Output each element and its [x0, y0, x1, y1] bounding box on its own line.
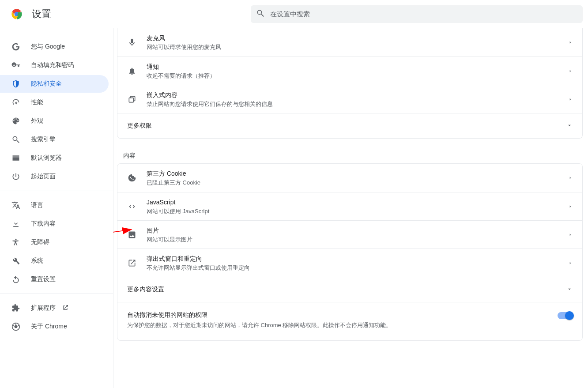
sidebar-separator [0, 294, 113, 294]
row-title: 弹出式窗口和重定向 [147, 254, 568, 263]
row-subtitle: 不允许网站显示弹出式窗口或使用重定向 [147, 264, 568, 272]
row-subtitle: 禁止网站向您请求使用它们保存的与您相关的信息 [147, 100, 568, 108]
sidebar-item-palette[interactable]: 外观 [0, 112, 109, 130]
palette-icon [11, 117, 20, 125]
translate-icon [11, 201, 20, 210]
chevron-right-icon [568, 68, 573, 75]
svg-point-3 [15, 325, 18, 328]
sidebar-item-key[interactable]: 自动填充和密码 [0, 57, 109, 74]
row-subtitle: 网站可以请求使用您的麦克风 [147, 43, 568, 51]
auto-revoke-row: 自动撤消未使用的网站的权限 为保护您的数据，对于您近期未访问的网站，请允许 Ch… [117, 302, 582, 340]
sidebar-item-label: 下载内容 [31, 220, 56, 228]
popup-icon [127, 258, 137, 268]
sidebar: 您与 Google自动填充和密码隐私和安全性能外观搜索引擎默认浏览器起始页面 语… [0, 28, 113, 388]
search-icon [11, 135, 20, 144]
sidebar-item-label: 扩展程序 [31, 304, 56, 312]
browser-icon [11, 154, 20, 162]
sidebar-item-accessibility[interactable]: 无障碍 [0, 234, 109, 251]
row-title: JavaScript [147, 198, 568, 207]
chevron-right-icon [568, 96, 573, 103]
app-title: 设置 [32, 8, 51, 21]
sidebar-item-reset[interactable]: 重置设置 [0, 271, 109, 288]
setting-row-code[interactable]: JavaScript网站可以使用 JavaScript [117, 192, 582, 220]
sidebar-item-label: 关于 Chrome [31, 323, 67, 331]
sidebar-item-label: 您与 Google [31, 43, 65, 51]
chrome-logo-icon [11, 8, 23, 20]
sidebar-item-label: 自动填充和密码 [31, 61, 74, 69]
app-header: 设置 [0, 0, 588, 28]
google-icon [11, 42, 20, 51]
embed-icon [127, 94, 137, 104]
sidebar-item-label: 系统 [31, 257, 43, 265]
wrench-icon [11, 256, 20, 265]
content-area: 麦克风网站可以请求使用您的麦克风通知收起不需要的请求（推荐）嵌入式内容禁止网站向… [113, 28, 588, 388]
search-icon [256, 9, 269, 19]
sidebar-item-label: 无障碍 [31, 238, 49, 246]
chevron-right-icon [568, 260, 573, 267]
sidebar-item-label: 外观 [31, 117, 43, 125]
setting-row-mic[interactable]: 麦克风网站可以请求使用您的麦克风 [117, 28, 582, 57]
sidebar-item-extension[interactable]: 扩展程序 [0, 299, 109, 317]
chevron-right-icon [568, 39, 573, 46]
chrome-icon [11, 322, 20, 331]
more-content-settings-expander[interactable]: 更多内容设置 [117, 277, 582, 302]
download-icon [11, 219, 20, 228]
row-subtitle: 网站可以显示图片 [147, 236, 568, 244]
row-title: 麦克风 [147, 34, 568, 42]
image-icon [127, 230, 137, 240]
setting-row-image[interactable]: 图片网站可以显示图片 [117, 220, 582, 249]
chevron-down-icon [566, 286, 573, 294]
sidebar-item-translate[interactable]: 语言 [0, 196, 109, 214]
row-subtitle: 网站可以使用 JavaScript [147, 207, 568, 215]
bell-icon [127, 66, 137, 76]
permissions-card: 麦克风网站可以请求使用您的麦克风通知收起不需要的请求（推荐）嵌入式内容禁止网站向… [117, 28, 583, 139]
sidebar-item-label: 语言 [31, 201, 43, 209]
row-subtitle: 已阻止第三方 Cookie [147, 179, 568, 187]
sidebar-item-browser[interactable]: 默认浏览器 [0, 149, 109, 167]
chevron-right-icon [568, 203, 573, 210]
setting-row-cookie[interactable]: 第三方 Cookie已阻止第三方 Cookie [117, 164, 582, 192]
search-input[interactable] [269, 10, 577, 18]
auto-revoke-sub: 为保护您的数据，对于您近期未访问的网站，请允许 Chrome 移除网站权限。此操… [127, 321, 549, 330]
sidebar-item-download[interactable]: 下载内容 [0, 215, 109, 233]
setting-row-popup[interactable]: 弹出式窗口和重定向不允许网站显示弹出式窗口或使用重定向 [117, 249, 582, 277]
extension-icon [11, 304, 20, 313]
sidebar-item-chrome[interactable]: 关于 Chrome [0, 318, 109, 335]
more-permissions-expander[interactable]: 更多权限 [117, 113, 582, 138]
sidebar-item-wrench[interactable]: 系统 [0, 252, 109, 270]
sidebar-item-search[interactable]: 搜索引擎 [0, 131, 109, 148]
sidebar-item-label: 隐私和安全 [31, 80, 62, 88]
row-title: 图片 [147, 226, 568, 235]
content-card: 第三方 Cookie已阻止第三方 CookieJavaScript网站可以使用 … [117, 163, 583, 341]
row-subtitle: 收起不需要的请求（推荐） [147, 72, 568, 80]
shield-icon [11, 79, 20, 88]
sidebar-item-label: 性能 [31, 98, 43, 106]
search-box[interactable] [251, 5, 583, 23]
cookie-icon [127, 173, 137, 183]
power-icon [11, 172, 20, 181]
key-icon [11, 61, 20, 70]
sidebar-item-google[interactable]: 您与 Google [0, 38, 109, 56]
setting-row-bell[interactable]: 通知收起不需要的请求（推荐） [117, 57, 582, 85]
sidebar-item-label: 搜索引擎 [31, 136, 56, 143]
speed-icon [11, 98, 20, 107]
mic-icon [127, 38, 137, 47]
chevron-down-icon [566, 122, 573, 130]
sidebar-item-shield[interactable]: 隐私和安全 [0, 75, 109, 93]
reset-icon [11, 275, 20, 284]
chevron-right-icon [568, 231, 573, 238]
row-title: 通知 [147, 62, 568, 71]
accessibility-icon [11, 238, 20, 247]
more-permissions-label: 更多权限 [127, 122, 152, 130]
setting-row-embed[interactable]: 嵌入式内容禁止网站向您请求使用它们保存的与您相关的信息 [117, 85, 582, 113]
sidebar-item-speed[interactable]: 性能 [0, 94, 109, 111]
open-external-icon [62, 304, 69, 313]
row-title: 第三方 Cookie [147, 169, 568, 178]
sidebar-item-label: 重置设置 [31, 275, 56, 283]
sidebar-item-label: 起始页面 [31, 173, 56, 181]
code-icon [127, 202, 137, 211]
sidebar-item-power[interactable]: 起始页面 [0, 168, 109, 185]
auto-revoke-toggle[interactable] [558, 312, 573, 319]
chevron-right-icon [568, 174, 573, 181]
content-section-label: 内容 [113, 139, 588, 163]
